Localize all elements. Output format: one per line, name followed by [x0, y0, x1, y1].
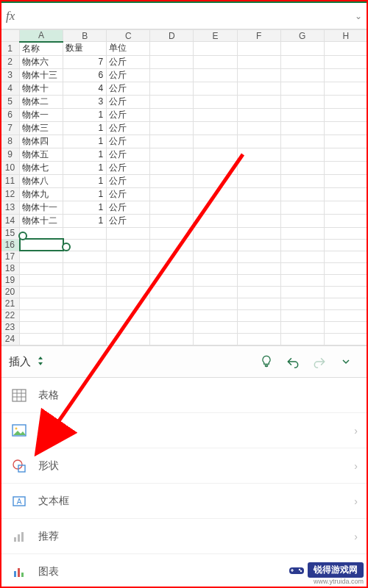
cell-C10[interactable]: 公斤 — [107, 161, 150, 174]
cell-H5[interactable] — [324, 95, 367, 108]
menu-item-table[interactable]: 表格 — [0, 378, 368, 413]
cell-D12[interactable] — [150, 187, 194, 201]
row-header-3[interactable]: 3 — [1, 68, 20, 82]
row-header-12[interactable]: 12 — [1, 187, 20, 201]
row-header-8[interactable]: 8 — [1, 135, 20, 148]
cell-A25[interactable] — [20, 345, 63, 345]
cell-F21[interactable] — [237, 298, 280, 309]
more-icon[interactable] — [333, 356, 359, 367]
cell-C6[interactable]: 公斤 — [107, 108, 150, 121]
cell-G18[interactable] — [280, 262, 324, 274]
cell-H15[interactable] — [324, 227, 367, 239]
cell-H14[interactable] — [324, 214, 367, 227]
row-header-19[interactable]: 19 — [1, 274, 20, 286]
cell-E13[interactable] — [194, 201, 237, 214]
cell-H13[interactable] — [324, 201, 367, 214]
cell-G1[interactable] — [280, 42, 324, 56]
row-header-11[interactable]: 11 — [1, 174, 20, 187]
cell-F4[interactable] — [237, 82, 280, 95]
cell-H22[interactable] — [324, 309, 367, 321]
cell-B11[interactable]: 1 — [63, 174, 107, 187]
cell-D25[interactable] — [150, 345, 194, 345]
cell-B8[interactable]: 1 — [63, 135, 107, 148]
cell-C12[interactable]: 公斤 — [107, 187, 150, 201]
row-header-15[interactable]: 15 — [1, 227, 20, 239]
cell-A9[interactable]: 物体五 — [20, 148, 63, 161]
cell-F13[interactable] — [237, 201, 280, 214]
row-header-20[interactable]: 20 — [1, 286, 20, 298]
menu-item-picture[interactable]: 图片 › — [0, 413, 368, 448]
cell-D1[interactable] — [150, 42, 194, 56]
cell-D8[interactable] — [150, 135, 194, 148]
cell-E16[interactable] — [194, 239, 237, 251]
cell-H24[interactable] — [324, 333, 367, 345]
cell-A14[interactable]: 物体十二 — [20, 214, 63, 227]
cell-H19[interactable] — [324, 274, 367, 286]
lightbulb-icon[interactable] — [253, 354, 280, 369]
cell-D16[interactable] — [150, 239, 194, 251]
cell-D14[interactable] — [150, 214, 194, 227]
row-header-23[interactable]: 23 — [1, 321, 20, 333]
cell-D18[interactable] — [150, 262, 194, 274]
row-header-13[interactable]: 13 — [1, 201, 20, 214]
cell-F6[interactable] — [237, 108, 280, 121]
cell-C11[interactable]: 公斤 — [107, 174, 150, 187]
cell-F1[interactable] — [237, 42, 280, 56]
cell-E4[interactable] — [194, 82, 237, 95]
cell-F15[interactable] — [237, 227, 280, 239]
cell-G8[interactable] — [280, 135, 324, 148]
cell-G25[interactable] — [280, 345, 324, 345]
cell-D24[interactable] — [150, 333, 194, 345]
cell-H16[interactable] — [324, 239, 367, 251]
cell-G19[interactable] — [280, 274, 324, 286]
cell-C23[interactable] — [107, 321, 150, 333]
cell-C16[interactable] — [107, 239, 150, 251]
cell-B22[interactable] — [63, 309, 107, 321]
cell-G6[interactable] — [280, 108, 324, 121]
cell-H4[interactable] — [324, 82, 367, 95]
row-header-1[interactable]: 1 — [1, 42, 20, 56]
formula-bar[interactable]: fx ⌄ — [0, 3, 368, 29]
cell-B21[interactable] — [63, 298, 107, 309]
col-header-G[interactable]: G — [280, 30, 324, 42]
cell-G3[interactable] — [280, 68, 324, 82]
cell-F23[interactable] — [237, 321, 280, 333]
cell-E8[interactable] — [194, 135, 237, 148]
cell-B12[interactable]: 1 — [63, 187, 107, 201]
cell-H9[interactable] — [324, 148, 367, 161]
cell-G2[interactable] — [280, 55, 324, 68]
cell-A22[interactable] — [20, 309, 63, 321]
selection-handle-tl[interactable] — [18, 232, 27, 240]
row-header-16[interactable]: 16 — [1, 239, 20, 251]
row-header-4[interactable]: 4 — [1, 82, 20, 95]
cell-A1[interactable]: 名称 — [20, 42, 63, 56]
cell-D6[interactable] — [150, 108, 194, 121]
cell-C21[interactable] — [107, 298, 150, 309]
cell-H21[interactable] — [324, 298, 367, 309]
cell-H6[interactable] — [324, 108, 367, 121]
cell-C15[interactable] — [107, 227, 150, 239]
cell-F5[interactable] — [237, 95, 280, 108]
cell-D22[interactable] — [150, 309, 194, 321]
cell-D15[interactable] — [150, 227, 194, 239]
cell-G5[interactable] — [280, 95, 324, 108]
chevron-down-icon[interactable]: ⌄ — [355, 11, 362, 21]
cell-D21[interactable] — [150, 298, 194, 309]
cell-H23[interactable] — [324, 321, 367, 333]
menu-item-shapes[interactable]: 形状 › — [0, 448, 368, 484]
cell-B13[interactable]: 1 — [63, 201, 107, 214]
cell-C20[interactable] — [107, 286, 150, 298]
cell-F25[interactable] — [237, 345, 280, 345]
cell-F10[interactable] — [237, 161, 280, 174]
cell-H7[interactable] — [324, 121, 367, 135]
cell-D20[interactable] — [150, 286, 194, 298]
cell-F17[interactable] — [237, 251, 280, 262]
cell-F11[interactable] — [237, 174, 280, 187]
cell-A8[interactable]: 物体四 — [20, 135, 63, 148]
menu-item-textbox[interactable]: A 文本框 › — [0, 484, 368, 519]
cell-E6[interactable] — [194, 108, 237, 121]
cell-F8[interactable] — [237, 135, 280, 148]
cell-B20[interactable] — [63, 286, 107, 298]
cell-A18[interactable] — [20, 262, 63, 274]
cell-E15[interactable] — [194, 227, 237, 239]
